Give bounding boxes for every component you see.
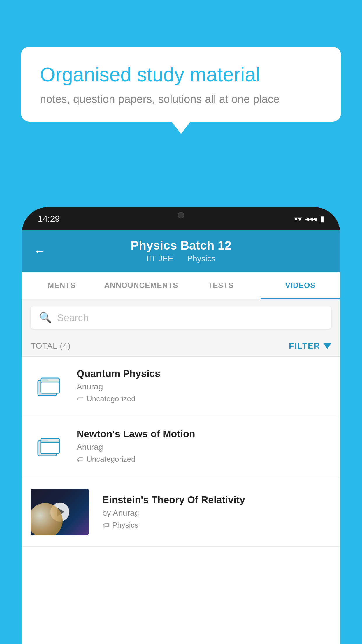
video-item-3[interactable]: Einstein's Theory Of Relativity by Anura… — [22, 477, 340, 547]
filter-button[interactable]: FILTER — [289, 341, 331, 351]
subtitle-iitjee: IIT JEE — [147, 254, 173, 263]
video-tag-2: 🏷 Uncategorized — [77, 455, 331, 464]
tabs-bar: MENTS ANNOUNCEMENTS TESTS VIDEOS — [22, 272, 340, 300]
batch-subtitle: IIT JEE Physics — [34, 254, 328, 263]
phone-time: 14:29 — [38, 214, 60, 224]
video-thumbnail-3 — [31, 489, 89, 535]
battery-icon: ▮ — [320, 214, 324, 223]
phone-camera — [178, 212, 184, 218]
video-info-3: Einstein's Theory Of Relativity by Anura… — [102, 494, 331, 530]
search-placeholder: Search — [57, 312, 89, 323]
header-title-block: Physics Batch 12 IIT JEE Physics — [34, 239, 328, 263]
search-bar-container: 🔍 Search — [22, 300, 340, 335]
folder-thumbnail-2 — [31, 428, 68, 466]
bubble-title: Organised study material — [40, 63, 322, 87]
app-header: ← Physics Batch 12 IIT JEE Physics — [22, 230, 340, 272]
search-bar[interactable]: 🔍 Search — [31, 306, 331, 329]
phone-notch — [158, 207, 204, 223]
video-info-1: Quantum Physics Anurag 🏷 Uncategorized — [77, 368, 331, 403]
tab-videos[interactable]: VIDEOS — [261, 272, 340, 299]
video-item-1[interactable]: Quantum Physics Anurag 🏷 Uncategorized — [22, 357, 340, 417]
video-author-1: Anurag — [77, 382, 331, 391]
speech-bubble: Organised study material notes, question… — [21, 47, 341, 122]
phone-frame: 14:29 ▾▾ ◂◂◂ ▮ ← Physics Batch 12 IIT JE… — [22, 207, 340, 644]
video-item-2[interactable]: Newton's Laws of Motion Anurag 🏷 Uncateg… — [22, 417, 340, 477]
tab-ments[interactable]: MENTS — [22, 272, 101, 299]
app-content: ← Physics Batch 12 IIT JEE Physics MENTS… — [22, 230, 340, 644]
subtitle-physics: Physics — [187, 254, 215, 263]
video-tag-3: 🏷 Physics — [102, 521, 331, 530]
folder-icon-2 — [37, 434, 62, 460]
batch-title: Physics Batch 12 — [34, 239, 328, 253]
video-title-2: Newton's Laws of Motion — [77, 428, 331, 440]
wifi-icon: ▾▾ — [294, 214, 302, 223]
status-bar: 14:29 ▾▾ ◂◂◂ ▮ — [22, 207, 340, 230]
back-button[interactable]: ← — [34, 244, 46, 258]
total-count: TOTAL (4) — [31, 341, 71, 351]
tag-icon-3: 🏷 — [102, 521, 109, 529]
video-author-2: Anurag — [77, 442, 331, 452]
tab-announcements[interactable]: ANNOUNCEMENTS — [101, 272, 181, 299]
video-tag-1: 🏷 Uncategorized — [77, 394, 331, 403]
svg-rect-5 — [41, 442, 59, 454]
bubble-subtitle: notes, question papers, solutions all at… — [40, 93, 322, 106]
video-author-3: by Anurag — [102, 508, 331, 518]
folder-icon — [37, 374, 62, 400]
speech-bubble-section: Organised study material notes, question… — [21, 47, 341, 122]
svg-rect-2 — [41, 382, 59, 393]
video-info-2: Newton's Laws of Motion Anurag 🏷 Uncateg… — [77, 428, 331, 464]
tag-icon: 🏷 — [77, 395, 84, 403]
video-title-3: Einstein's Theory Of Relativity — [102, 494, 331, 505]
tab-tests[interactable]: TESTS — [181, 272, 261, 299]
filter-bar: TOTAL (4) FILTER — [22, 335, 340, 357]
signal-icon: ◂◂◂ — [305, 214, 317, 223]
video-list: Quantum Physics Anurag 🏷 Uncategorized — [22, 357, 340, 547]
tag-icon-2: 🏷 — [77, 455, 84, 463]
folder-thumbnail-1 — [31, 368, 68, 406]
video-title-1: Quantum Physics — [77, 368, 331, 379]
filter-icon — [323, 343, 331, 349]
phone-status-icons: ▾▾ ◂◂◂ ▮ — [294, 214, 324, 223]
search-icon: 🔍 — [39, 312, 52, 324]
